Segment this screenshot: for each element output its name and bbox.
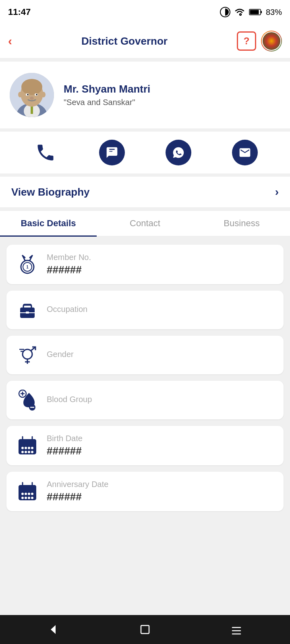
svg-rect-3 <box>250 10 259 14</box>
occupation-card: Occupation <box>6 291 284 329</box>
status-circle-icon <box>220 7 230 17</box>
battery-percent: 83% <box>266 8 282 17</box>
phone-icon <box>35 142 56 163</box>
svg-point-64 <box>25 497 27 499</box>
svg-point-63 <box>21 497 24 499</box>
svg-point-61 <box>28 493 30 495</box>
svg-text:1: 1 <box>26 265 29 269</box>
nav-back-icon <box>48 623 60 636</box>
calendar2-icon <box>16 480 39 503</box>
blood-group-content: Blood Group <box>47 395 274 406</box>
blood-group-label: Blood Group <box>47 395 274 404</box>
gender-card: Gender <box>6 336 284 374</box>
occupation-label: Occupation <box>47 305 274 314</box>
member-no-content: Member No. ###### <box>47 253 274 276</box>
tab-basic-details[interactable]: Basic Details <box>0 211 97 236</box>
gender-content: Gender <box>47 350 274 361</box>
svg-point-65 <box>28 497 30 499</box>
chat-button[interactable] <box>99 140 125 165</box>
email-icon <box>238 146 251 159</box>
svg-point-60 <box>25 493 27 495</box>
medal-icon: 1 <box>16 253 39 276</box>
gender-label: Gender <box>47 350 274 359</box>
chat-icon <box>106 146 118 159</box>
avatar-image <box>10 73 54 117</box>
header: ‹ District Governor ? <box>0 24 290 58</box>
gender-icon <box>16 344 39 366</box>
svg-point-10 <box>18 92 22 97</box>
svg-point-32 <box>23 349 32 359</box>
help-button[interactable]: ? <box>237 31 256 51</box>
phone-button[interactable] <box>33 140 58 165</box>
org-logo <box>261 31 282 52</box>
blood-icon <box>16 389 39 411</box>
tab-business[interactable]: Business <box>193 211 290 236</box>
svg-point-15 <box>36 94 37 95</box>
email-button[interactable] <box>232 140 258 165</box>
svg-point-18 <box>111 151 113 153</box>
status-icons: 83% <box>220 7 282 17</box>
profile-info: Mr. Shyam Mantri "Seva and Sanskar" <box>64 83 280 107</box>
svg-point-19 <box>113 151 114 153</box>
member-no-value: ###### <box>47 264 274 276</box>
avatar <box>10 73 54 117</box>
svg-point-53 <box>28 451 30 453</box>
bottom-spacer <box>0 519 290 551</box>
birth-date-card: Birth Date ###### <box>6 426 284 465</box>
svg-point-16 <box>30 97 34 100</box>
profile-section: Mr. Shyam Mantri "Seva and Sanskar" <box>0 62 290 128</box>
bottom-nav <box>0 615 290 644</box>
briefcase-icon <box>16 299 39 321</box>
anniversary-date-value: ###### <box>47 491 274 503</box>
nav-menu-icon <box>230 623 242 636</box>
action-bar <box>0 132 290 173</box>
nav-menu-button[interactable] <box>230 623 242 636</box>
svg-point-47 <box>21 447 24 449</box>
svg-point-9 <box>21 79 42 95</box>
svg-point-49 <box>28 447 30 449</box>
svg-point-52 <box>25 451 27 453</box>
whatsapp-button[interactable] <box>166 140 191 165</box>
svg-point-62 <box>31 493 33 495</box>
anniversary-date-card: Anniversary Date ###### <box>6 472 284 511</box>
svg-point-50 <box>31 447 33 449</box>
occupation-content: Occupation <box>47 305 274 316</box>
svg-point-48 <box>25 447 27 449</box>
nav-back-button[interactable] <box>48 623 60 636</box>
anniversary-date-label: Anniversary Date <box>47 480 274 489</box>
svg-point-51 <box>21 451 24 453</box>
nav-home-button[interactable] <box>139 623 151 636</box>
member-no-label: Member No. <box>47 253 274 262</box>
wifi-icon <box>234 7 246 17</box>
biography-label: View Biography <box>11 186 90 198</box>
svg-point-17 <box>109 151 111 153</box>
svg-point-59 <box>21 493 24 495</box>
birth-date-content: Birth Date ###### <box>47 434 274 457</box>
nav-home-icon <box>139 623 151 636</box>
calendar-icon <box>16 434 39 457</box>
back-button[interactable]: ‹ <box>8 34 12 48</box>
birth-date-label: Birth Date <box>47 434 274 443</box>
whatsapp-icon <box>172 146 185 159</box>
page-title: District Governor <box>81 35 168 47</box>
profile-motto: "Seva and Sanskar" <box>64 98 280 107</box>
svg-point-66 <box>31 497 33 499</box>
details-section: 1 Member No. ###### Occupation <box>0 237 290 519</box>
svg-rect-56 <box>19 485 36 491</box>
anniversary-date-content: Anniversary Date ###### <box>47 480 274 503</box>
header-actions: ? <box>237 31 282 52</box>
member-no-card: 1 Member No. ###### <box>6 245 284 284</box>
status-time: 11:47 <box>8 7 31 17</box>
svg-point-54 <box>31 451 33 453</box>
svg-point-11 <box>41 92 46 97</box>
svg-rect-44 <box>19 439 36 445</box>
battery-icon <box>249 8 263 16</box>
svg-marker-67 <box>51 625 56 634</box>
biography-section[interactable]: View Biography › <box>0 177 290 208</box>
profile-name: Mr. Shyam Mantri <box>64 83 280 95</box>
svg-point-14 <box>27 94 29 95</box>
tab-contact[interactable]: Contact <box>97 211 193 236</box>
svg-rect-68 <box>141 625 149 634</box>
svg-rect-2 <box>261 11 262 13</box>
birth-date-value: ###### <box>47 445 274 457</box>
